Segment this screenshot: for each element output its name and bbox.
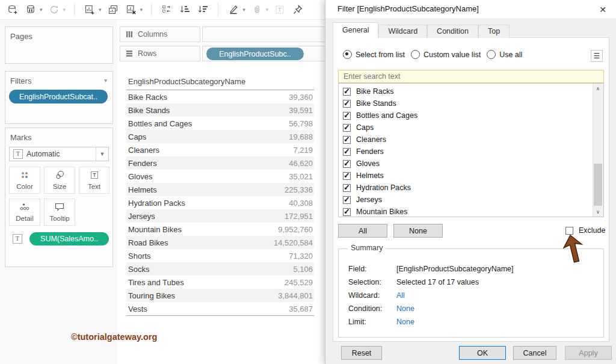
checkbox-icon[interactable]	[343, 184, 351, 192]
detail-button[interactable]: Detail	[9, 199, 40, 226]
mark-type-dropdown[interactable]: T Automatic ▼	[9, 147, 109, 161]
checkbox-icon[interactable]	[343, 160, 351, 168]
checkbox-icon[interactable]	[343, 124, 351, 132]
rows-shelf-area[interactable]: EnglishProductSubc..	[202, 46, 325, 61]
apply-button[interactable]: Apply	[565, 346, 612, 360]
table-row[interactable]: Bike Racks 39,360	[126, 90, 314, 103]
checkbox-icon[interactable]	[343, 136, 351, 144]
list-item[interactable]: Bottles and Cages	[339, 110, 603, 122]
duplicate-sheet-icon[interactable]	[106, 2, 120, 17]
reset-button[interactable]: Reset	[341, 346, 382, 360]
sum-sales-pill[interactable]: SUM(SalesAmo..	[29, 232, 109, 245]
radio-select-from-list[interactable]: Select from list	[343, 50, 405, 59]
list-scrollbar[interactable]: ∧ ∨	[593, 84, 603, 217]
scroll-down-icon[interactable]: ∨	[593, 207, 603, 217]
list-item[interactable]: Bike Stands	[339, 97, 603, 110]
clear-sheet-icon[interactable]	[124, 2, 138, 17]
cancel-button[interactable]: Cancel	[513, 346, 556, 360]
columns-shelf[interactable]: Columns	[120, 26, 200, 42]
chevron-down-icon[interactable]: ▼	[96, 147, 108, 161]
checkbox-icon[interactable]	[343, 148, 351, 156]
list-item[interactable]: Cleaners	[339, 134, 603, 146]
table-row[interactable]: Helmets 225,336	[126, 183, 314, 196]
tab-wildcard[interactable]: Wildcard	[378, 25, 427, 38]
table-row[interactable]: Shorts 71,320	[126, 249, 314, 262]
list-item[interactable]: Gloves	[339, 158, 603, 170]
sort-descending-icon[interactable]	[196, 2, 210, 17]
chevron-down-icon[interactable]: ▾	[266, 7, 269, 13]
chevron-down-icon[interactable]: ▾	[104, 77, 107, 84]
highlight-pen-icon[interactable]	[226, 2, 241, 17]
all-button[interactable]: All	[338, 224, 387, 238]
chevron-down-icon[interactable]: ▾	[40, 7, 43, 13]
table-row[interactable]: Tires and Tubes 245,529	[126, 276, 314, 289]
radio-icon[interactable]	[487, 50, 496, 59]
swap-rows-columns-icon[interactable]	[159, 2, 174, 17]
scrollbar-thumb[interactable]	[594, 164, 602, 206]
rows-shelf[interactable]: Rows	[120, 46, 200, 61]
new-data-source-icon[interactable]	[5, 2, 20, 17]
list-item[interactable]: Helmets	[339, 170, 603, 182]
new-worksheet-icon[interactable]	[82, 2, 97, 17]
scroll-up-icon[interactable]: ∧	[593, 84, 603, 93]
filter-pill[interactable]: EnglishProductSubcat..	[9, 90, 108, 103]
exclude-checkbox[interactable]: Exclude	[565, 226, 605, 235]
size-button[interactable]: Size	[44, 167, 75, 194]
radio-custom-value-list[interactable]: Custom value list	[411, 50, 481, 59]
chevron-down-icon[interactable]: ▾	[99, 7, 102, 13]
table-row[interactable]: Gloves 35,021	[126, 170, 314, 183]
table-row[interactable]: Caps 19,688	[126, 130, 314, 143]
table-row[interactable]: Bike Stands 39,591	[126, 103, 314, 117]
table-row[interactable]: Fenders 46,620	[126, 156, 314, 170]
checkbox-icon[interactable]	[343, 208, 351, 216]
list-item[interactable]: Caps	[339, 122, 603, 134]
refresh-icon[interactable]	[47, 2, 61, 17]
table-header[interactable]: EnglishProductSubcategoryName	[126, 77, 314, 90]
table-row[interactable]: Jerseys 172,951	[126, 209, 314, 223]
close-icon[interactable]: ✕	[597, 4, 609, 16]
chevron-down-icon[interactable]: ▾	[63, 7, 66, 13]
table-row[interactable]: Hydration Packs 40,308	[126, 196, 314, 209]
text-button[interactable]: Text	[79, 167, 109, 194]
checkbox-icon[interactable]	[343, 112, 351, 120]
tab-general[interactable]: General	[333, 22, 378, 39]
checkbox-icon[interactable]	[343, 172, 351, 180]
columns-shelf-area[interactable]	[202, 26, 325, 42]
filters-shelf[interactable]: Filters ▾ EnglishProductSubcat..	[5, 71, 113, 124]
list-item[interactable]: Hydration Packs	[339, 182, 603, 194]
color-button[interactable]: Color	[9, 167, 40, 194]
pause-auto-updates-icon[interactable]	[23, 2, 38, 17]
list-menu-icon[interactable]: ☰	[591, 50, 603, 62]
table-row[interactable]: Cleaners 7,219	[126, 143, 314, 156]
checkbox-icon[interactable]	[565, 227, 573, 235]
checkbox-icon[interactable]	[343, 88, 351, 96]
table-row[interactable]: Touring Bikes 3,844,801	[126, 289, 314, 302]
list-item[interactable]: Bike Racks	[339, 85, 603, 97]
tab-top[interactable]: Top	[478, 25, 510, 38]
chevron-down-icon[interactable]: ▾	[242, 7, 245, 13]
ok-button[interactable]: OK	[459, 346, 506, 360]
none-button[interactable]: None	[393, 224, 443, 238]
table-row[interactable]: Road Bikes 14,520,584	[126, 236, 314, 249]
table-row[interactable]: Vests 35,687	[126, 302, 314, 315]
tab-condition[interactable]: Condition	[427, 25, 478, 38]
list-item[interactable]: Mountain Bikes	[339, 206, 603, 217]
sort-ascending-icon[interactable]	[177, 2, 192, 17]
paperclip-icon[interactable]	[250, 2, 264, 17]
pin-icon[interactable]	[291, 2, 305, 17]
radio-use-all[interactable]: Use all	[487, 50, 522, 59]
list-item[interactable]: Jerseys	[339, 194, 603, 206]
search-input[interactable]	[338, 70, 604, 83]
radio-selected-icon[interactable]	[343, 50, 352, 59]
radio-icon[interactable]	[411, 50, 420, 59]
checkbox-icon[interactable]	[343, 196, 351, 204]
list-item[interactable]: Fenders	[339, 146, 603, 158]
chevron-down-icon[interactable]: ▾	[140, 7, 143, 13]
table-row[interactable]: Bottles and Cages 56,798	[126, 117, 314, 130]
tooltip-button[interactable]: Tooltip	[44, 199, 75, 226]
text-label-icon[interactable]	[273, 2, 287, 17]
pages-shelf[interactable]: Pages	[5, 26, 113, 64]
table-row[interactable]: Mountain Bikes 9,952,760	[126, 223, 314, 236]
checkbox-icon[interactable]	[343, 100, 351, 108]
table-row[interactable]: Socks 5,106	[126, 262, 314, 276]
